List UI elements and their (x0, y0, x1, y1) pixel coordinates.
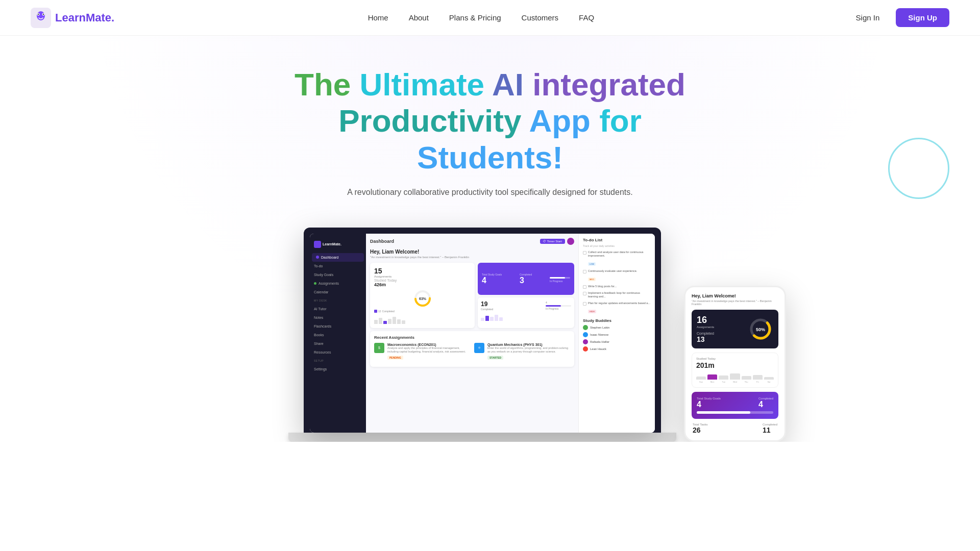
logo-text: LearnMate. (55, 11, 114, 24)
phone-total-goals: Total Study Goals 4 (697, 397, 721, 409)
sidebar-item-calendar[interactable]: Calendar (310, 288, 366, 296)
sidebar-item-notes[interactable]: Notes (310, 313, 366, 322)
hero-content: The Ultimate AI integrated Productivity … (10, 66, 970, 442)
assignment-name-2: Quantum Mechanics (PHYS 301) (487, 343, 570, 346)
completed-goals: 3 (520, 276, 532, 285)
sidebar-label-share: Share (314, 342, 324, 345)
laptop-base-wrapper (304, 433, 676, 442)
phone-quote: "An investment in knowledge pays the bes… (692, 299, 778, 306)
nav-link-plans[interactable]: Plans & Pricing (449, 13, 501, 22)
phone-completed-num: 13 (697, 335, 714, 343)
badge-pending-1: PENDING (387, 356, 403, 360)
sidebar-item-todo[interactable]: To-do (310, 262, 366, 270)
stats-col-2: Total Study Goals 4 Completed 3 (478, 263, 574, 328)
todo-content-4: Implement a feedback loop for continuous… (588, 291, 651, 298)
sidebar-item-aitutor[interactable]: AI Tutor (310, 305, 366, 313)
week-chart (696, 371, 774, 380)
week-label-mon: Mon (707, 381, 717, 383)
phone-progress-fill (697, 411, 750, 414)
sidebar-label-todo: To-do (314, 264, 323, 268)
nav-links: Home About Plans & Pricing Customers FAQ (368, 13, 594, 22)
sidebar-item-studygoals[interactable]: Study Goals (310, 270, 366, 279)
phone-donut-chart: 50% (748, 316, 773, 342)
assignment-desc-2: Enter the world of algorithms, programmi… (487, 346, 570, 354)
timer-start-button[interactable]: ⏱ Timer Start (540, 239, 565, 244)
nav-link-customers[interactable]: Customers (522, 13, 559, 22)
sidebar-label-flashcards: Flashcards (314, 324, 331, 328)
hero-subtitle: A revolutionary collaborative productivi… (347, 188, 632, 197)
assignment-item-2: ⚛ Quantum Mechanics (PHYS 301) Enter the… (474, 343, 570, 360)
sidebar-label-notes: Notes (314, 316, 323, 319)
purple-row: Total Study Goals 4 Completed 4 (697, 397, 773, 409)
dashboard-title: Dashboard (370, 239, 394, 244)
phone-progress-bg (697, 411, 773, 414)
todo-checkbox-2[interactable] (583, 270, 586, 273)
recent-assignments: Recent Assignments $ Macroeconomics (ECO… (370, 331, 574, 367)
sign-up-button[interactable]: Sign Up (896, 8, 949, 27)
phone-total-tasks-label: Total Tasks (693, 423, 708, 426)
stat-card-assignments: 15 Assignments Studied Today 426m (370, 263, 475, 328)
hero-title: The Ultimate AI integrated Productivity … (295, 66, 685, 176)
todo-content-1: Collect and analyze user data for contin… (588, 251, 651, 267)
todo-item-5: Plan for regular updates enhancements ba… (583, 302, 651, 314)
sidebar-item-settings[interactable]: Settings (310, 365, 366, 373)
buddy-3: Rafaela Heller (583, 339, 651, 344)
app-main: Dashboard ⏱ Timer Start Hey, Liam Welcom… (366, 234, 578, 433)
week-label-thu: Thu (742, 381, 751, 383)
donut-container: 63% (374, 289, 471, 308)
todo-title: To-do List (583, 238, 651, 242)
laptop-base (288, 433, 676, 442)
phone-welcome: Hey, Liam Welcome! (692, 293, 778, 298)
sidebar-logo: LearnMate. (310, 238, 366, 253)
todo-item-2: Continuously evaluate user experience. M… (583, 269, 651, 282)
svg-point-4 (38, 13, 39, 14)
sidebar-item-share[interactable]: Share (310, 339, 366, 348)
study-buddies-title: Study Buddies (583, 318, 651, 323)
sidebar-label-resources: Resources (314, 350, 331, 354)
header-actions: ⏱ Timer Start (540, 238, 574, 245)
nav-link-home[interactable]: Home (368, 13, 388, 22)
sidebar-item-books[interactable]: Books (310, 331, 366, 339)
buddy-2: Isaac Nienow (583, 332, 651, 337)
sidebar-item-resources[interactable]: Resources (310, 348, 366, 357)
total-goals: 4 (482, 276, 502, 285)
app-header: Dashboard ⏱ Timer Start (370, 238, 574, 245)
assignment-item-1: $ Macroeconomics (ECON201) Analyze and a… (374, 343, 471, 360)
sidebar-logo-text: LearnMate. (323, 242, 341, 246)
todo-content-5: Plan for regular updates enhancements ba… (588, 302, 650, 314)
title-word-for: for (599, 103, 642, 138)
todo-item-3: Write 5 blog posts for... (583, 285, 651, 289)
todo-badge-1: LOW (588, 262, 596, 266)
todo-content-3: Write 5 blog posts for... (588, 285, 617, 288)
sidebar-section-setup: SETUP (310, 357, 366, 365)
phone-completed-goals-num: 4 (758, 400, 773, 409)
study-goals-card: Total Study Goals 4 Completed 3 (478, 263, 574, 295)
todo-checkbox-3[interactable] (583, 285, 586, 289)
sign-in-button[interactable]: Sign In (848, 9, 888, 26)
todo-checkbox-1[interactable] (583, 251, 586, 255)
nav-link-about[interactable]: About (409, 13, 429, 22)
nav-link-faq[interactable]: FAQ (579, 13, 594, 22)
phone-stat-left: 16 Assignments Completed 13 (697, 315, 714, 343)
welcome-text: Hey, Liam Welcome! (370, 249, 574, 255)
nav-logo[interactable]: LearnMate. (31, 8, 114, 28)
week-label-fri: Fri (753, 381, 763, 383)
sidebar-item-flashcards[interactable]: Flashcards (310, 322, 366, 331)
sidebar-item-assignments[interactable]: Assignments (310, 279, 366, 288)
badge-started-2: STARTED (487, 356, 503, 360)
sidebar-label-dashboard: Dashboard (321, 256, 338, 259)
buddy-1: Stephen Lakin (583, 325, 651, 330)
quote-text: "An investment in knowledge pays the bes… (370, 256, 574, 259)
assignment-desc-1: Analyze and apply the principles of fina… (387, 346, 471, 354)
phone-total-tasks: Total Tasks 26 (693, 423, 708, 434)
phone-mockup: Hey, Liam Welcome! "An investment in kno… (684, 286, 786, 442)
phone-studied-time: 201m (696, 361, 774, 369)
buddy-avatar-4 (583, 346, 588, 352)
sidebar-item-dashboard[interactable]: Dashboard (312, 253, 364, 262)
assignments-number: 15 (374, 267, 471, 275)
todo-checkbox-4[interactable] (583, 292, 586, 295)
todo-checkbox-5[interactable] (583, 302, 586, 306)
laptop-wrapper: LearnMate. Dashboard To-do (304, 228, 676, 442)
title-word-the: The (295, 67, 359, 102)
week-label-tue: Tue (719, 381, 728, 383)
